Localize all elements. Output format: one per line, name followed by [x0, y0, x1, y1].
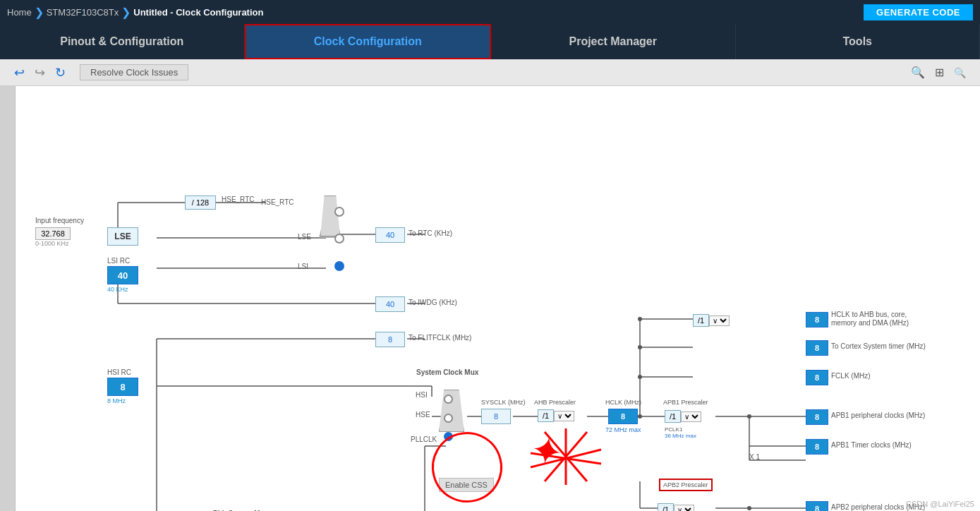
breadcrumb-sep-2: ❯	[121, 6, 131, 19]
zoom-out-button[interactable]: 🔍	[954, 67, 966, 78]
x1-apb1-label: X 1	[749, 453, 760, 461]
tab-tools[interactable]: Tools	[736, 24, 981, 59]
input-freq-top-box[interactable]: 32.768	[35, 227, 71, 240]
apb1-prescaler-control[interactable]: /1 ∨	[665, 408, 710, 425]
radio-hse-sysclk[interactable]	[444, 414, 453, 423]
fclk-box: 8	[806, 370, 828, 385]
hclk-ahb-label1: HCLK to AHB bus, core,	[831, 311, 907, 318]
cortex-label: To Cortex System timer (MHz)	[831, 342, 926, 350]
tab-bar: Pinout & Configuration Clock Configurati…	[0, 24, 980, 59]
tab-pinout[interactable]: Pinout & Configuration	[0, 24, 245, 59]
pllclk-sysclk-label: PLLCLK	[411, 435, 437, 443]
lse-line-label: LSE	[298, 233, 311, 241]
apb1-peri-label: APB1 peripheral clocks (MHz)	[831, 411, 925, 419]
main-content: Input frequency 32.768 0-1000 KHz LSE LS…	[0, 86, 980, 511]
input-freq-top-range: 0-1000 KHz	[35, 240, 69, 247]
hsi-rc-mhz: 8 MHz	[107, 397, 126, 404]
lsi-line-label: LSI	[298, 263, 308, 270]
csdn-watermark: CSDN @LaiYiFei25	[906, 500, 974, 508]
toolbar: ↩ ↪ ↻ Resolve Clock Issues 🔍 ⊞ 🔍	[0, 59, 980, 86]
svg-line-59	[545, 432, 587, 481]
svg-point-22	[638, 345, 642, 349]
cortex-div1-control[interactable]: /1 ∨	[693, 312, 739, 329]
tab-clock[interactable]: Clock Configuration	[245, 24, 492, 59]
ahb-prescaler-select[interactable]: ∨	[554, 411, 574, 421]
apb2-peri-box: 8	[806, 501, 828, 511]
svg-line-60	[545, 432, 587, 481]
div128-box[interactable]: / 128	[185, 196, 216, 210]
hsi-rc-box[interactable]: 8	[107, 378, 138, 396]
iwdg-value-box[interactable]: 40	[375, 296, 405, 312]
svg-point-30	[747, 414, 751, 419]
radio-lse[interactable]	[334, 234, 344, 244]
hse-rtc-line-label: HSE_RTC	[261, 198, 294, 206]
breadcrumb-chip[interactable]: STM32F103C8Tx	[47, 7, 119, 18]
breadcrumb-home[interactable]: Home	[7, 7, 32, 18]
lse-block[interactable]: LSE	[107, 227, 138, 246]
svg-point-23	[638, 375, 642, 379]
input-freq-top-label: Input frequency	[35, 217, 84, 224]
cortex-box: 8	[806, 340, 828, 356]
svg-point-38	[747, 506, 751, 510]
radio-hsi-sysclk[interactable]	[444, 395, 453, 404]
hsi-rc-label: HSI RC	[107, 368, 131, 376]
rtc-value-box[interactable]: 40	[375, 227, 405, 243]
svg-point-24	[638, 414, 642, 419]
fit-button[interactable]: ⊞	[935, 66, 944, 79]
zoom-in-button[interactable]: 🔍	[911, 66, 925, 79]
svg-line-62	[531, 453, 601, 464]
diagram-area: Input frequency 32.768 0-1000 KHz LSE LS…	[16, 86, 980, 511]
radio-hse-rtc[interactable]	[334, 207, 344, 217]
hclk-max-label: 72 MHz max	[605, 426, 641, 433]
lsi-rc-box[interactable]: 40	[107, 266, 138, 284]
sysclk-mhz-label: SYSCLK (MHz)	[481, 399, 526, 406]
hse-rtc-label: HSE_RTC	[222, 196, 255, 203]
radio-lsi[interactable]	[334, 261, 344, 271]
rtc-label: To RTC (KHz)	[409, 229, 452, 237]
pclk1-max-label: 36 MHz max	[665, 433, 696, 439]
redo-button[interactable]: ↪	[35, 65, 45, 80]
hclk-value-box[interactable]: 8	[608, 409, 638, 424]
radio-pllclk-sysclk[interactable]	[444, 432, 453, 441]
apb2-prescaler-label: APB2 Prescaler	[659, 479, 713, 491]
flit-value-box[interactable]: 8	[375, 332, 405, 347]
pclk1-label: PCLK1	[665, 426, 682, 433]
svg-line-63	[531, 450, 601, 467]
lsi-rc-label: LSI RC	[107, 257, 130, 265]
lsi-rc-mhz: 40 KHz	[107, 286, 128, 293]
flit-label: To FLITFCLK (MHz)	[409, 334, 471, 342]
ahb-prescaler-control[interactable]: /1 ∨	[538, 407, 583, 424]
sysclk-mux-label: System Clock Mux	[416, 368, 478, 376]
enable-css-button[interactable]: Enable CSS	[439, 478, 494, 492]
generate-code-button[interactable]: GENERATE CODE	[864, 4, 973, 20]
sysclk-value-box[interactable]: 8	[481, 409, 511, 424]
left-sidebar	[0, 86, 16, 511]
cortex-div1-select[interactable]: ∨	[709, 315, 730, 326]
hclk-ahb-label2: memory and DMA (MHz)	[831, 319, 909, 327]
hclk-label: HCLK (MHz)	[605, 399, 641, 406]
hclk-ahb-box: 8	[806, 312, 828, 327]
apb1-prescaler-label: APB1 Prescaler	[663, 399, 708, 406]
breadcrumb-sep-1: ❯	[35, 6, 44, 19]
hse-sysclk-label: HSE	[416, 411, 430, 419]
top-nav: Home ❯ STM32F103C8Tx ❯ Untitled - Clock …	[0, 0, 980, 24]
breadcrumb-project: Untitled - Clock Configuration	[133, 7, 263, 18]
hsi-sysclk-label: HSI	[416, 391, 428, 399]
apb1-timer-label: APB1 Timer clocks (MHz)	[831, 441, 912, 449]
reset-button[interactable]: ↻	[55, 65, 66, 80]
tab-project[interactable]: Project Manager	[491, 24, 736, 59]
undo-button[interactable]: ↩	[14, 65, 25, 80]
resolve-clock-button[interactable]: Resolve Clock Issues	[80, 64, 188, 80]
ahb-prescaler-label: AHB Prescaler	[534, 399, 576, 406]
annotation-star-svg	[524, 425, 608, 495]
apb1-prescaler-select[interactable]: ∨	[681, 411, 701, 422]
fclk-label: FCLK (MHz)	[831, 372, 871, 380]
svg-point-21	[638, 317, 642, 321]
apb2-prescaler-select[interactable]: ∨	[674, 505, 694, 512]
annotation-star: ✦	[528, 429, 567, 473]
apb1-peri-box: 8	[806, 409, 828, 425]
apb2-prescaler-control[interactable]: /1 ∨	[658, 501, 703, 511]
iwdg-label: To IWDG (KHz)	[409, 299, 457, 306]
apb1-timer-box: 8	[806, 439, 828, 455]
